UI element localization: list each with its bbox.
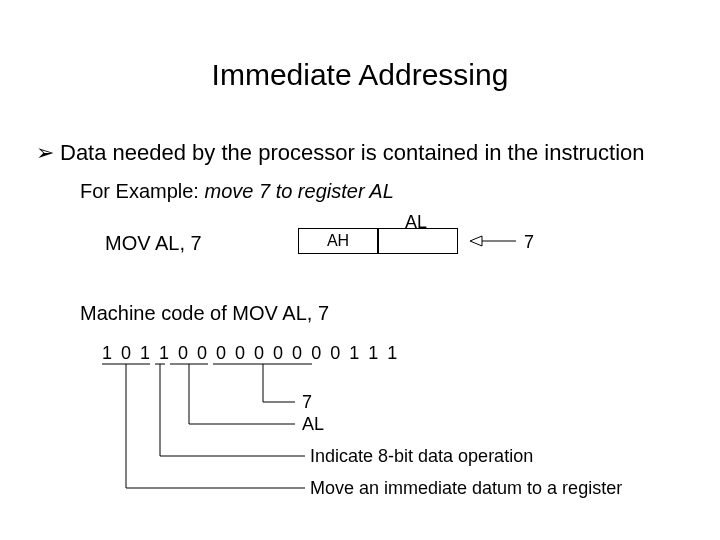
bullet-line: ➢Data needed by the processor is contain… [36, 140, 645, 166]
annotation-8bit: Indicate 8-bit data operation [310, 446, 533, 467]
value-seven: 7 [524, 232, 534, 253]
bullet-text: Data needed by the processor is containe… [60, 140, 645, 165]
slide: Immediate Addressing ➢Data needed by the… [0, 0, 720, 540]
svg-marker-1 [470, 236, 482, 246]
annotation-move: Move an immediate datum to a register [310, 478, 622, 499]
machine-code-label: Machine code of MOV AL, 7 [80, 302, 329, 325]
page-title: Immediate Addressing [0, 58, 720, 92]
register-al-box [378, 228, 458, 254]
example-italic: move 7 to register AL [204, 180, 393, 202]
register-ah-box: AH [298, 228, 378, 254]
instruction-text: MOV AL, 7 [105, 232, 202, 255]
register-diagram: AH [298, 228, 458, 254]
annotation-al: AL [302, 414, 324, 435]
example-line: For Example: move 7 to register AL [80, 180, 394, 203]
arrow-left-icon [470, 234, 518, 252]
bullet-marker-icon: ➢ [36, 140, 54, 166]
bit-underline-diagram [100, 362, 320, 492]
example-prefix: For Example: [80, 180, 204, 202]
annotation-seven: 7 [302, 392, 312, 413]
bit-string: 1 0 1 1 0 0 0 0 0 0 0 0 0 1 1 1 [102, 343, 399, 364]
